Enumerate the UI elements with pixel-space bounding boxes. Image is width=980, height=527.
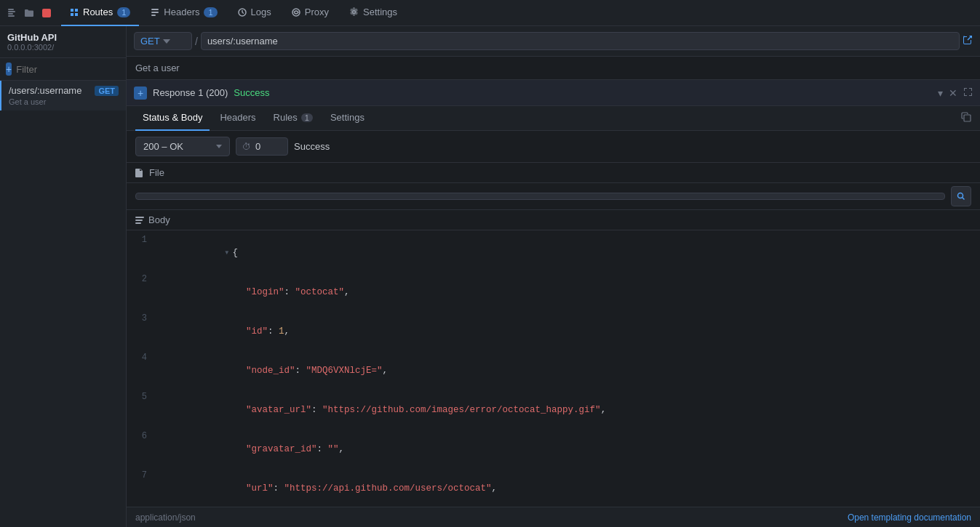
app-subtitle: 0.0.0.0:3002/ — [7, 43, 119, 52]
status-text: Success — [294, 141, 971, 152]
app-title: GitHub API — [7, 32, 119, 43]
code-line-2: 2 "login": "octocat", — [127, 273, 980, 312]
tab-logs[interactable]: Logs — [229, 0, 280, 26]
svg-rect-9 — [151, 9, 159, 10]
body-label: Body — [148, 214, 170, 225]
route-item-description: Get a user — [9, 97, 119, 106]
body-label-row: Body — [127, 210, 980, 230]
bottom-bar: application/json Open templating documen… — [127, 507, 980, 527]
response-panel: + Response 1 (200) Success ▾ ✕ St — [127, 80, 980, 527]
clock-icon: ⏱ — [242, 142, 251, 152]
sidebar-header: GitHub API 0.0.0.0:3002/ — [0, 26, 126, 58]
external-link-icon[interactable] — [963, 35, 973, 47]
svg-rect-2 — [8, 13, 13, 15]
url-path-input[interactable] — [201, 32, 960, 50]
tab-routes[interactable]: Routes 1 — [61, 0, 139, 26]
tab-status-body[interactable]: Status & Body — [135, 106, 210, 131]
stop-nav-icon[interactable] — [41, 7, 52, 19]
file-label-row: File — [127, 163, 980, 183]
status-row: 200 – OK ⏱ Success — [127, 131, 980, 163]
code-line-7: 7 "url": "https://api.github.com/users/o… — [127, 469, 980, 507]
svg-rect-11 — [151, 15, 156, 16]
svg-line-18 — [963, 198, 965, 200]
tab-rules[interactable]: Rules 1 — [266, 106, 320, 131]
tab-proxy[interactable]: Proxy — [283, 0, 338, 26]
url-slash: / — [195, 36, 198, 47]
method-badge: GET — [95, 86, 119, 96]
file-label: File — [149, 167, 164, 178]
svg-point-17 — [958, 193, 963, 198]
code-line-1: 1 ▾{ — [127, 233, 980, 273]
delay-input-wrap: ⏱ — [236, 137, 288, 156]
svg-rect-3 — [8, 15, 15, 17]
file-path-input[interactable] — [135, 193, 945, 200]
svg-rect-5 — [71, 9, 73, 12]
add-route-button[interactable]: + — [6, 63, 12, 76]
window-icons — [6, 7, 52, 19]
url-bar: GET / — [127, 26, 980, 57]
svg-rect-16 — [964, 115, 971, 121]
response-close-button[interactable]: ✕ — [949, 87, 957, 99]
svg-rect-6 — [75, 9, 78, 12]
file-search-button[interactable] — [951, 186, 971, 206]
svg-rect-8 — [75, 13, 78, 16]
svg-rect-20 — [135, 220, 143, 221]
route-item[interactable]: /users/:username GET Get a user — [0, 81, 126, 110]
code-line-3: 3 "id": 1, — [127, 312, 980, 351]
filter-input[interactable] — [16, 64, 138, 75]
content-type-label: application/json — [135, 512, 196, 523]
tab-settings[interactable]: Settings — [323, 106, 372, 131]
response-dropdown-button[interactable]: ▾ — [938, 87, 943, 99]
response-status-badge: Success — [234, 87, 269, 98]
code-editor[interactable]: 1 ▾{ 2 "login": "octocat", 3 "id": 1, — [127, 230, 980, 507]
tab-settings[interactable]: Settings — [340, 0, 406, 26]
response-tabs-bar: Status & Body Headers Rules 1 Settings — [127, 106, 980, 131]
response-actions: ▾ ✕ — [938, 87, 973, 99]
sidebar: GitHub API 0.0.0.0:3002/ + /users/:usern… — [0, 26, 127, 527]
top-nav: Routes 1 Headers 1 Logs Proxy Settings — [0, 0, 980, 26]
code-line-4: 4 "node_id": "MDQ6VXNlcjE=", — [127, 351, 980, 390]
templating-docs-link[interactable]: Open templating documentation — [848, 512, 971, 523]
svg-rect-19 — [135, 217, 144, 218]
route-item-path: /users/:username GET — [9, 85, 119, 96]
add-response-button[interactable]: + — [134, 87, 147, 100]
delay-input[interactable] — [255, 141, 282, 152]
svg-rect-4 — [42, 9, 51, 17]
route-description: Get a user — [127, 57, 980, 80]
copy-button[interactable] — [961, 112, 971, 124]
folder-nav-icon[interactable] — [23, 7, 35, 19]
svg-rect-10 — [151, 12, 159, 13]
tab-headers[interactable]: Headers 1 — [142, 0, 226, 26]
status-code-select[interactable]: 200 – OK — [135, 137, 230, 156]
file-nav-icon[interactable] — [6, 7, 17, 19]
svg-rect-21 — [135, 222, 141, 224]
file-input-row — [127, 183, 980, 210]
main-layout: GitHub API 0.0.0.0:3002/ + /users/:usern… — [0, 26, 980, 527]
content-area: GET / Get a user + Response 1 (200) Succ… — [127, 26, 980, 527]
sidebar-filter: + — [0, 58, 126, 81]
svg-line-14 — [242, 12, 244, 14]
method-select[interactable]: GET — [134, 32, 192, 50]
svg-rect-1 — [8, 11, 15, 12]
response-expand-button[interactable] — [963, 87, 973, 99]
code-line-6: 6 "gravatar_id": "", — [127, 430, 980, 469]
response-title: Response 1 (200) — [153, 87, 228, 98]
svg-rect-7 — [71, 13, 73, 16]
svg-rect-0 — [8, 9, 14, 10]
response-header: + Response 1 (200) Success ▾ ✕ — [127, 80, 980, 106]
tab-headers[interactable]: Headers — [212, 106, 263, 131]
code-line-5: 5 "avatar_url": "https://github.com/imag… — [127, 390, 980, 430]
